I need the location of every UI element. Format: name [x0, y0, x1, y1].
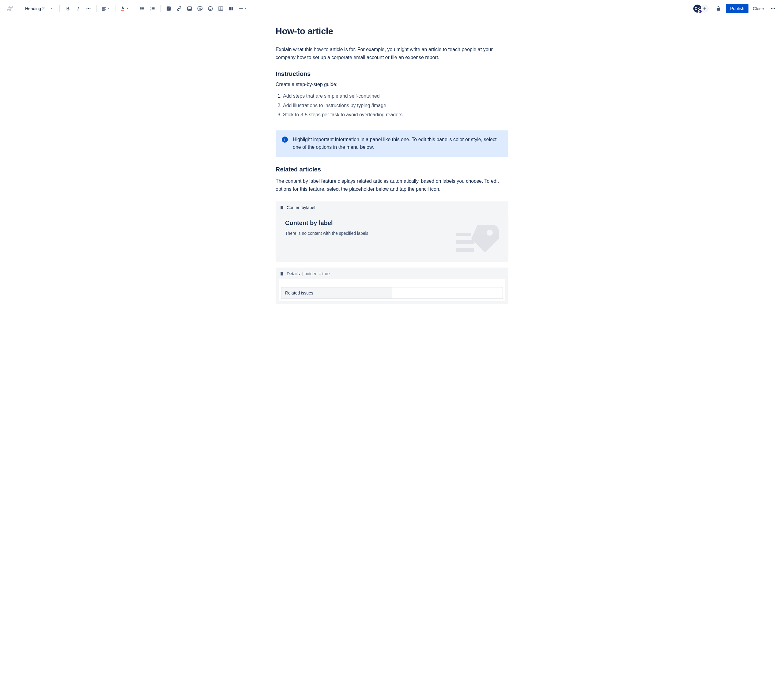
chevron-down-icon — [49, 6, 54, 12]
italic-button[interactable] — [73, 4, 83, 13]
text-style-label: Heading 2 — [25, 6, 45, 11]
related-description[interactable]: The content by label feature displays re… — [276, 177, 508, 193]
macro-header-label: Contentbylabel — [287, 205, 315, 210]
chevron-down-icon — [125, 6, 130, 12]
restrictions-button[interactable] — [713, 4, 723, 13]
step-item[interactable]: Add illustrations to instructions by typ… — [283, 101, 508, 110]
details-macro[interactable]: Details | hidden = true Related issues — [276, 268, 508, 304]
svg-rect-8 — [141, 8, 144, 9]
table-header-cell[interactable]: Related issues — [282, 288, 392, 299]
toolbar-divider — [59, 5, 60, 12]
table-button[interactable] — [216, 4, 226, 13]
text-color-button[interactable] — [119, 4, 131, 13]
svg-rect-13 — [152, 7, 154, 8]
action-item-button[interactable] — [164, 4, 174, 13]
macro-header: Details | hidden = true — [279, 271, 505, 279]
link-button[interactable] — [174, 4, 184, 13]
svg-point-28 — [771, 8, 772, 9]
svg-point-4 — [140, 7, 141, 8]
svg-rect-32 — [456, 240, 474, 244]
details-body[interactable]: Related issues — [279, 279, 505, 301]
svg-rect-15 — [152, 10, 154, 10]
macro-header: Contentbylabel — [279, 204, 505, 213]
steps-list[interactable]: Add steps that are simple and self-conta… — [276, 92, 508, 119]
svg-rect-33 — [456, 248, 474, 251]
svg-point-21 — [211, 8, 211, 8]
details-table[interactable]: Related issues — [281, 287, 503, 299]
align-button[interactable] — [100, 4, 112, 13]
svg-rect-3 — [121, 10, 124, 10]
svg-point-6 — [140, 10, 141, 10]
svg-point-30 — [774, 8, 775, 9]
tag-illustration-icon — [456, 223, 502, 259]
toolbar-divider — [115, 5, 115, 12]
svg-text:3: 3 — [150, 9, 151, 11]
svg-point-1 — [88, 8, 89, 9]
info-panel-text[interactable]: Highlight important information in a pan… — [293, 136, 502, 151]
chevron-down-icon — [107, 6, 111, 12]
more-formatting-button[interactable] — [84, 4, 94, 13]
macro-header-hidden: | hidden = true — [302, 271, 330, 276]
svg-rect-27 — [232, 7, 233, 10]
related-articles-heading[interactable]: Related articles — [276, 166, 508, 173]
instructions-subtext[interactable]: Create a step-by-step guide: — [276, 82, 508, 87]
svg-rect-9 — [141, 10, 144, 10]
toolbar-divider — [160, 5, 161, 12]
step-item[interactable]: Add steps that are simple and self-conta… — [283, 92, 508, 101]
info-panel[interactable]: i Highlight important information in a p… — [276, 130, 508, 157]
svg-rect-7 — [141, 7, 144, 8]
mention-button[interactable] — [195, 4, 205, 13]
svg-point-5 — [140, 8, 141, 9]
macro-header-label: Details — [287, 271, 300, 276]
text-style-selector[interactable]: Heading 2 — [23, 4, 56, 13]
svg-rect-14 — [152, 8, 154, 9]
document-icon — [280, 271, 284, 276]
svg-point-2 — [89, 8, 91, 9]
chevron-down-icon — [244, 6, 248, 12]
instructions-heading[interactable]: Instructions — [276, 71, 508, 77]
bullet-list-button[interactable] — [137, 4, 147, 13]
table-row[interactable]: Related issues — [282, 288, 503, 299]
confluence-logo[interactable] — [6, 5, 13, 12]
user-avatar[interactable]: CK C — [693, 4, 702, 13]
step-item[interactable]: Stick to 3-5 steps per task to avoid ove… — [283, 110, 508, 119]
insert-button[interactable] — [237, 4, 249, 13]
info-icon: i — [282, 136, 288, 143]
svg-point-20 — [209, 8, 210, 8]
svg-point-29 — [772, 8, 774, 9]
publish-button[interactable]: Publish — [726, 4, 748, 13]
bold-button[interactable] — [63, 4, 72, 13]
emoji-button[interactable] — [206, 4, 215, 13]
content-by-label-macro[interactable]: Contentbylabel Content by label There is… — [276, 201, 508, 262]
svg-point-34 — [487, 230, 493, 236]
svg-point-19 — [208, 7, 212, 10]
avatar-badge: C — [698, 9, 702, 13]
svg-point-0 — [86, 8, 87, 9]
image-button[interactable] — [184, 4, 194, 13]
svg-point-18 — [188, 8, 189, 8]
layouts-button[interactable] — [226, 4, 236, 13]
svg-rect-26 — [229, 7, 231, 10]
svg-rect-31 — [456, 233, 471, 237]
macro-body[interactable]: Content by label There is no content wit… — [279, 213, 505, 259]
document-icon — [280, 205, 284, 210]
close-button[interactable]: Close — [749, 4, 768, 13]
more-actions-button[interactable] — [768, 4, 778, 13]
table-cell[interactable] — [392, 288, 503, 299]
intro-paragraph[interactable]: Explain what this how-to article is for.… — [276, 46, 508, 61]
editor-toolbar: Heading 2 123 — [0, 0, 784, 17]
page-title[interactable]: How-to article — [276, 26, 508, 36]
collaborator-avatars: CK C — [693, 4, 709, 13]
editor-content[interactable]: How-to article Explain what this how-to … — [276, 17, 508, 323]
toolbar-divider — [134, 5, 134, 12]
numbered-list-button[interactable]: 123 — [148, 4, 157, 13]
